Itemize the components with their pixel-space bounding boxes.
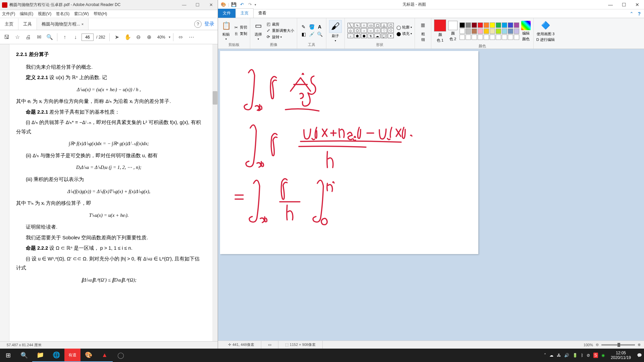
- color-swatch[interactable]: [508, 28, 513, 34]
- color-swatch[interactable]: [502, 22, 507, 28]
- menu-edit[interactable]: 编辑(E): [20, 11, 33, 17]
- ribbon-help-icon[interactable]: ?: [638, 11, 641, 16]
- stroke-width-button[interactable]: ≡粗细: [418, 20, 428, 42]
- tray-chevron-icon[interactable]: ˄: [544, 353, 546, 358]
- fit-width-icon[interactable]: ⬄: [176, 33, 185, 42]
- taskbar-acrobat[interactable]: ▲: [97, 349, 113, 362]
- tab-home[interactable]: 主页: [0, 18, 18, 30]
- color-swatch[interactable]: [466, 35, 471, 40]
- magnifier-tool[interactable]: 🔍: [316, 31, 323, 38]
- fill-tool[interactable]: 🪣: [308, 23, 315, 30]
- redo-icon[interactable]: ↷: [247, 1, 253, 8]
- crop-button[interactable]: ◰裁剪: [266, 21, 294, 27]
- page-number-input[interactable]: [82, 34, 94, 41]
- ribbon-minimize-icon[interactable]: ⌃: [630, 11, 634, 16]
- color1-button[interactable]: 颜色 1: [434, 19, 446, 43]
- hand-icon[interactable]: ✋: [123, 33, 132, 42]
- start-button[interactable]: ⊞: [0, 349, 16, 362]
- taskbar-chrome[interactable]: 🌐: [48, 349, 64, 362]
- tray-volume-icon[interactable]: 🔊: [564, 353, 569, 358]
- color-swatch[interactable]: [502, 35, 507, 40]
- color-swatch[interactable]: [484, 22, 489, 28]
- menu-view[interactable]: 视图(V): [38, 11, 51, 17]
- tray-app-icon[interactable]: ◉: [601, 353, 605, 358]
- pencil-tool[interactable]: ✎: [300, 23, 307, 30]
- color-swatch[interactable]: [490, 22, 495, 28]
- search-icon[interactable]: 🔍: [45, 33, 54, 42]
- menu-window[interactable]: 窗口(W): [74, 11, 89, 17]
- scroll-thumb[interactable]: [213, 91, 217, 105]
- color-swatch[interactable]: [478, 28, 483, 34]
- save-icon[interactable]: 🖫: [2, 33, 11, 42]
- color-swatch[interactable]: [466, 22, 471, 28]
- more-icon[interactable]: ⋯: [187, 33, 196, 42]
- taskbar-explorer[interactable]: 📁: [32, 349, 48, 362]
- color-swatch[interactable]: [508, 35, 513, 40]
- cut-button[interactable]: ✂剪切: [233, 25, 247, 30]
- pointer-icon[interactable]: ➤: [112, 33, 122, 42]
- tab-view[interactable]: 查看: [254, 9, 271, 18]
- minimize-button[interactable]: —: [177, 0, 191, 10]
- color-swatch[interactable]: [484, 28, 489, 34]
- color-swatch[interactable]: [472, 22, 477, 28]
- page-down-icon[interactable]: ↓: [71, 33, 80, 42]
- color-swatch[interactable]: [490, 35, 495, 40]
- close-button[interactable]: ✕: [204, 0, 218, 10]
- taskbar-clock[interactable]: 12:052020/11/19: [608, 351, 634, 360]
- menu-help[interactable]: 帮助(H): [94, 11, 107, 17]
- rotate-button[interactable]: ⟳旋转▾: [266, 34, 294, 40]
- color-swatch[interactable]: [484, 35, 489, 40]
- picker-tool[interactable]: 💉: [308, 31, 315, 38]
- color-palette[interactable]: [460, 22, 519, 40]
- zoom-slider[interactable]: [601, 344, 635, 346]
- shape-gallery[interactable]: ╲∿○▭▢△⬠ ◇⬡→↔☆♡⬭ ⬨⬟⬢↯☁💬▾: [347, 23, 394, 38]
- color-swatch[interactable]: [466, 28, 471, 34]
- color-swatch[interactable]: [514, 22, 519, 28]
- tray-network-icon[interactable]: 🖧: [557, 353, 561, 358]
- taskbar-app[interactable]: ◯: [113, 349, 129, 362]
- zoom-in-icon[interactable]: ⊕: [145, 33, 154, 42]
- color-swatch[interactable]: [514, 35, 519, 40]
- zoom-out-icon[interactable]: ⊖: [134, 33, 143, 42]
- close-button[interactable]: ✕: [631, 0, 644, 9]
- login-link[interactable]: 登录: [204, 21, 214, 27]
- tray-battery-icon[interactable]: 🔋: [573, 353, 578, 358]
- menu-file[interactable]: 文件(F): [2, 11, 15, 17]
- eraser-tool[interactable]: ◧: [300, 31, 307, 38]
- tray-security-icon[interactable]: ⊘: [587, 353, 590, 358]
- color-swatch[interactable]: [496, 28, 501, 34]
- color-swatch[interactable]: [502, 28, 507, 34]
- color-swatch[interactable]: [514, 28, 519, 34]
- shape-fill-button[interactable]: ⬤填充▾: [396, 31, 412, 37]
- tray-ime-icon[interactable]: S: [593, 353, 598, 358]
- brush-button[interactable]: 🖌刷子▾: [329, 20, 342, 42]
- mail-icon[interactable]: ✉: [34, 33, 44, 42]
- tab-document[interactable]: 椭圆与抛物型方程...×: [37, 18, 89, 30]
- color-swatch[interactable]: [478, 35, 483, 40]
- tab-home[interactable]: 主页: [235, 8, 254, 18]
- paint-app-icon[interactable]: 🎨: [220, 1, 227, 8]
- tab-file[interactable]: 文件: [218, 9, 235, 18]
- maximize-button[interactable]: ☐: [617, 0, 631, 9]
- tray-onedrive-icon[interactable]: ☁: [549, 353, 553, 358]
- color2-button[interactable]: 颜色 2: [448, 21, 458, 42]
- tab-tools[interactable]: 工具: [18, 18, 37, 30]
- color-swatch[interactable]: [460, 28, 465, 34]
- print-icon[interactable]: 🖨: [23, 33, 33, 42]
- edit-colors-button[interactable]: 编辑颜色: [521, 21, 531, 42]
- star-icon[interactable]: ☆: [13, 33, 22, 42]
- zoom-out-button[interactable]: ⊖: [596, 343, 599, 347]
- color-swatch[interactable]: [460, 22, 465, 28]
- color-swatch[interactable]: [472, 28, 477, 34]
- menu-sign[interactable]: 签名(S): [56, 11, 69, 17]
- tray-bluetooth-icon[interactable]: ᛒ: [581, 353, 583, 358]
- close-tab-icon[interactable]: ×: [82, 22, 84, 26]
- shape-outline-button[interactable]: ◯轮廓▾: [396, 25, 412, 30]
- color-swatch[interactable]: [472, 35, 477, 40]
- paint-canvas[interactable]: [220, 51, 478, 254]
- taskbar-paint[interactable]: 🎨: [80, 349, 97, 362]
- minimize-button[interactable]: —: [604, 0, 617, 9]
- color-swatch[interactable]: [496, 22, 501, 28]
- undo-icon[interactable]: ↶: [238, 1, 245, 8]
- color-swatch[interactable]: [496, 35, 501, 40]
